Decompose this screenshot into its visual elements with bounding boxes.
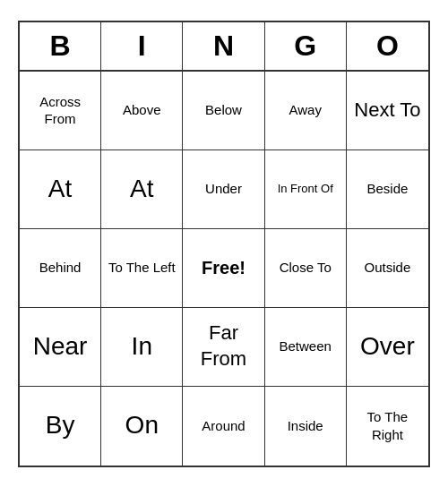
- bingo-cell: To The Left: [101, 229, 183, 308]
- bingo-cell: Away: [265, 72, 347, 150]
- bingo-cell: At: [101, 150, 183, 229]
- bingo-cell: Inside: [265, 387, 347, 466]
- bingo-cell: At: [20, 150, 101, 229]
- header-letter: O: [347, 22, 428, 70]
- bingo-cell: Across From: [20, 72, 101, 150]
- bingo-cell: Close To: [265, 229, 347, 308]
- bingo-header: BINGO: [20, 22, 428, 72]
- bingo-cell: Far From: [183, 308, 264, 387]
- bingo-cell: Over: [347, 308, 428, 387]
- bingo-cell: On: [101, 387, 183, 466]
- bingo-cell: Next To: [347, 72, 428, 150]
- bingo-cell: In Front Of: [265, 150, 347, 229]
- bingo-cell: Around: [183, 387, 264, 466]
- bingo-cell: Between: [265, 308, 347, 387]
- header-letter: I: [101, 22, 183, 70]
- header-letter: G: [265, 22, 347, 70]
- bingo-cell: In: [101, 308, 183, 387]
- bingo-cell: Under: [183, 150, 264, 229]
- header-letter: B: [20, 22, 101, 70]
- bingo-cell: Outside: [347, 229, 428, 308]
- header-letter: N: [183, 22, 264, 70]
- bingo-cell: Behind: [20, 229, 101, 308]
- bingo-card: BINGO Across FromAboveBelowAwayNext ToAt…: [18, 21, 430, 467]
- bingo-cell: By: [20, 387, 101, 466]
- bingo-cell: Near: [20, 308, 101, 387]
- bingo-cell: Above: [101, 72, 183, 150]
- bingo-grid: Across FromAboveBelowAwayNext ToAtAtUnde…: [20, 72, 428, 466]
- bingo-cell: To The Right: [347, 387, 428, 466]
- bingo-cell: Below: [183, 72, 264, 150]
- bingo-cell: Beside: [347, 150, 428, 229]
- bingo-cell: Free!: [183, 229, 264, 308]
